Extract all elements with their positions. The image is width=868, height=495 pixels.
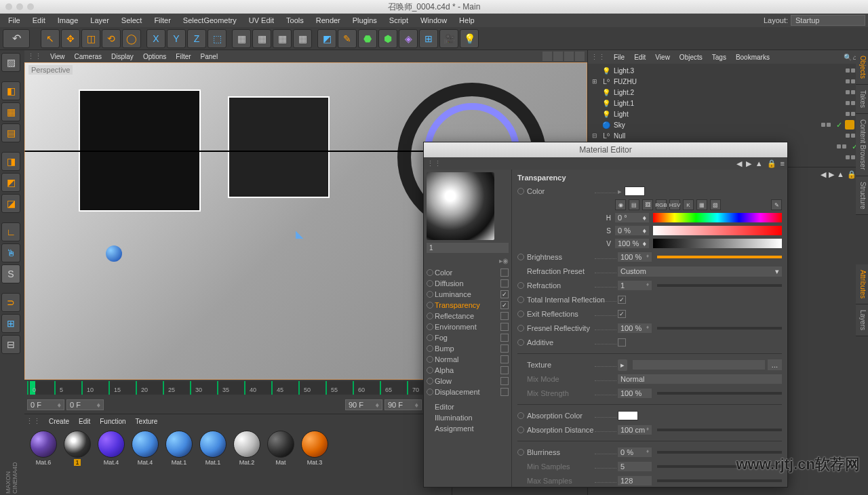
val-slider[interactable] <box>653 239 782 248</box>
swatches-icon[interactable]: ▧ <box>710 199 721 210</box>
material-item[interactable]: Mat.6 <box>28 431 58 466</box>
color-wheel-icon[interactable]: ◉ <box>615 199 626 210</box>
menu-uvedit[interactable]: UV Edit <box>243 15 279 26</box>
absdist-field[interactable]: 100 cm♦ <box>618 425 652 435</box>
channel-checkbox[interactable] <box>500 334 509 342</box>
tweak-icon[interactable]: 🖱 <box>1 243 20 262</box>
channel-checkbox[interactable]: ✓ <box>500 290 509 298</box>
magnet-icon[interactable]: ⊃ <box>1 293 20 312</box>
om-bookmarks[interactable]: Bookmarks <box>732 53 774 62</box>
vp-nav-layout-icon[interactable] <box>575 52 585 61</box>
mat-function[interactable]: Function <box>96 417 130 426</box>
preview-menu-icon[interactable]: ▸◉ <box>499 257 509 264</box>
channel-bump[interactable]: Bump <box>427 343 509 354</box>
compositing-tag-icon[interactable] <box>845 120 854 130</box>
anim-toggle[interactable] <box>517 325 524 332</box>
visibility-dots[interactable] <box>846 134 855 138</box>
channel-alpha[interactable]: Alpha <box>427 365 509 376</box>
channel-anim-toggle[interactable] <box>427 313 433 319</box>
visibility-dots[interactable] <box>846 90 855 94</box>
object-name[interactable]: Light.2 <box>614 89 843 96</box>
locked-workplane-icon[interactable]: ⊟ <box>1 335 20 354</box>
material-preview[interactable] <box>427 172 494 240</box>
om-tags[interactable]: Tags <box>708 53 730 62</box>
anim-toggle[interactable] <box>517 296 524 303</box>
material-item[interactable]: Mat.4 <box>96 431 126 466</box>
material-item[interactable]: 1 <box>62 431 92 466</box>
object-row[interactable]: ⊞L⁰FUZHU✓ <box>589 76 867 87</box>
vp-cameras[interactable]: Cameras <box>71 52 106 61</box>
layout-dropdown[interactable]: Startup <box>791 15 865 26</box>
cube-primitive-icon[interactable]: ◩ <box>317 29 336 48</box>
object-row[interactable]: 💡Light✓ <box>589 108 867 119</box>
attr-up-icon[interactable]: ▲ <box>837 170 844 179</box>
end-frame-field[interactable]: 90 F♦ <box>384 399 422 410</box>
material-name-field[interactable]: 1 <box>427 243 509 253</box>
lasso-tool-icon[interactable]: ◯ <box>122 29 141 48</box>
object-row[interactable]: 💡Light.1✓ <box>589 98 867 108</box>
brightness-slider[interactable] <box>657 256 782 258</box>
additive-checkbox[interactable] <box>618 338 626 346</box>
material-item[interactable]: Mat.3 <box>300 431 330 466</box>
channel-assignment[interactable]: Assignment <box>427 423 509 434</box>
menu-layer[interactable]: Layer <box>85 15 115 26</box>
make-editable-icon[interactable]: ▨ <box>1 53 20 72</box>
menu-image[interactable]: Image <box>52 15 84 26</box>
picture-viewer-icon[interactable]: ▦ <box>293 29 312 48</box>
traffic-lights[interactable] <box>5 3 34 10</box>
vp-options[interactable]: Options <box>139 52 170 61</box>
channel-anim-toggle[interactable] <box>427 323 433 330</box>
anim-toggle[interactable] <box>517 427 524 433</box>
render-region-icon[interactable]: ▦ <box>252 29 271 48</box>
light-icon[interactable]: 💡 <box>460 29 479 48</box>
workplane-snap-icon[interactable]: ⊞ <box>1 314 20 333</box>
material-item[interactable]: Mat.2 <box>232 431 262 466</box>
minimize-window-icon[interactable] <box>16 3 23 10</box>
object-row[interactable]: 💡Light.3✓ <box>589 65 867 76</box>
mat-edit[interactable]: Edit <box>75 417 94 426</box>
scale-tool-icon[interactable]: ◫ <box>81 29 100 48</box>
snap-icon[interactable]: S <box>1 264 20 283</box>
vp-panel[interactable]: Panel <box>197 52 222 61</box>
mat-texture[interactable]: Texture <box>132 417 162 426</box>
nurbs-icon[interactable]: ⬣ <box>358 29 377 48</box>
visibility-dots[interactable] <box>837 144 846 148</box>
om-view[interactable]: View <box>651 53 674 62</box>
channel-glow[interactable]: Glow <box>427 376 509 387</box>
menu-select[interactable]: Select <box>116 15 148 26</box>
material-item[interactable]: Mat.1 <box>164 431 194 466</box>
menu-icon[interactable]: ≡ <box>781 159 785 168</box>
start-frame-field[interactable]: 0 F♦ <box>66 399 104 410</box>
channel-checkbox[interactable] <box>500 355 509 363</box>
current-frame-field[interactable]: 0 F♦ <box>27 399 64 410</box>
channel-diffusion[interactable]: Diffusion <box>427 278 509 289</box>
menu-render[interactable]: Render <box>311 15 346 26</box>
channel-anim-toggle[interactable] <box>427 269 433 276</box>
mat-editor-titlebar[interactable]: Material Editor <box>424 142 787 157</box>
mat-create[interactable]: Create <box>45 417 73 426</box>
menu-plugins[interactable]: Plugins <box>347 15 382 26</box>
channel-anim-toggle[interactable] <box>427 389 433 395</box>
channel-environment[interactable]: Environment <box>427 321 509 332</box>
object-name[interactable]: Light.3 <box>614 67 843 75</box>
deformer-icon[interactable]: ◈ <box>399 29 418 48</box>
menu-tools[interactable]: Tools <box>281 15 309 26</box>
channel-reflectance[interactable]: Reflectance <box>427 311 509 321</box>
color-picture-icon[interactable]: 🖼 <box>642 199 653 210</box>
rgb-button[interactable]: RGB <box>656 199 667 210</box>
move-tool-icon[interactable]: ✥ <box>61 29 80 48</box>
z-axis-icon[interactable]: Z <box>187 29 206 48</box>
blur-field[interactable]: 0 %♦ <box>618 448 652 457</box>
generator-icon[interactable]: ⬢ <box>378 29 397 48</box>
hue-field[interactable]: 0 °♦ <box>615 213 649 222</box>
material-item[interactable]: Mat <box>266 431 296 466</box>
menu-help[interactable]: Help <box>454 15 480 26</box>
tir-checkbox[interactable]: ✓ <box>618 296 626 304</box>
texture-browse-button[interactable]: ... <box>768 359 782 370</box>
vp-filter[interactable]: Filter <box>172 52 195 61</box>
channel-checkbox[interactable] <box>500 312 509 320</box>
vp-display[interactable]: Display <box>107 52 138 61</box>
y-axis-icon[interactable]: Y <box>167 29 186 48</box>
grip-icon[interactable]: ⋮⋮ <box>27 52 42 61</box>
grip-icon[interactable]: ⋮⋮ <box>427 159 441 168</box>
